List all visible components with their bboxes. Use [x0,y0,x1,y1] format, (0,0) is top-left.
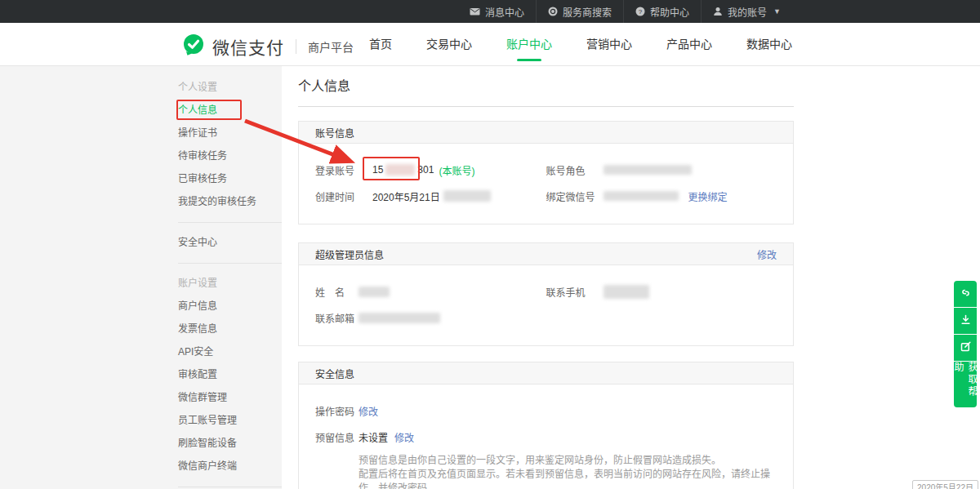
admin-phone-row: 联系手机 [546,278,777,305]
sidebar-item-review-config[interactable]: 审核配置 [178,363,282,386]
search-icon [548,7,558,16]
super-admin-card: 超级管理员信息 修改 姓 名 联系邮箱 联系手机 [298,242,794,346]
security-info-header: 安全信息 [299,362,793,385]
brand-name: 微信支付 [212,34,284,59]
created-time-redacted [443,190,491,202]
login-account-label: 登录账号 [315,163,372,177]
account-role-row: 账号角色 [546,157,777,183]
login-account-prefix: 15 [372,164,383,176]
edit-icon [960,340,972,356]
login-account-suffix: 301 [417,164,434,176]
current-account-tag: (本账号) [439,163,474,177]
brand: 微信支付 商户平台 [181,33,354,60]
admin-phone-redacted [604,285,649,299]
nav-data-center[interactable]: 数据中心 [746,23,792,66]
topbar: 消息中心 服务商搜索 ? 帮助中心 我的账号 ▼ [0,0,980,23]
download-button[interactable] [954,308,977,334]
sidebar-item-security-center[interactable]: 安全中心 [178,231,282,254]
sidebar-item-wechat-merchant-terminal[interactable]: 微信商户终端 [178,455,282,478]
sidebar-item-reviewed-tasks[interactable]: 已审核任务 [178,167,282,190]
login-account-redacted [385,164,415,176]
sidebar-group-account-settings: 账户设置 [178,272,282,295]
floating-action-bar: 获取帮助 [954,281,977,408]
sidebar-item-pending-review-tasks[interactable]: 待审核任务 [178,144,282,167]
login-account-row: 登录账号 15 301 (本账号) [315,157,546,183]
sidebar-item-api-security[interactable]: API安全 [178,340,282,363]
created-time-row: 创建时间 2020年5月21日 [315,183,546,209]
reserved-info-label: 预留信息 [315,430,359,444]
sidebar-item-my-submitted-tasks[interactable]: 我提交的审核任务 [178,190,282,213]
sidebar-item-wechat-group-management[interactable]: 微信群管理 [178,386,282,409]
my-account-menu[interactable]: 我的账号 ▼ [701,0,792,23]
bound-wechat-redacted [604,191,679,201]
sidebar-item-face-smart-devices[interactable]: 刷脸智能设备 [178,432,282,455]
service-search-menu[interactable]: 服务商搜索 [536,0,623,23]
reserved-desc-line2: 配置后将在首页及充值页面显示。若未看到预留信息，表明当前访问的网站存在风险，请终… [359,468,777,489]
admin-email-row: 联系邮箱 [315,305,546,331]
account-info-header: 账号信息 [299,122,793,144]
sidebar-item-merchant-info[interactable]: 商户信息 [178,295,282,318]
page-title: 个人信息 [298,75,794,95]
security-info-card: 安全信息 操作密码 修改 预留信息 未设置 修改 预留信息是由你自己设置的一段文… [298,362,794,489]
super-admin-body: 姓 名 联系邮箱 联系手机 [299,265,793,345]
sidebar-item-personal-info[interactable]: 个人信息 [178,99,282,122]
bound-wechat-row: 绑定微信号 更换绑定 [546,183,777,209]
nav-account-center[interactable]: 账户中心 [506,23,552,66]
topbar-menu: 消息中心 服务商搜索 ? 帮助中心 我的账号 ▼ [458,0,792,23]
sidebar-divider [178,487,282,487]
sidebar: 个人设置 个人信息 操作证书 待审核任务 已审核任务 我提交的审核任务 安全中心… [178,76,282,489]
admin-name-redacted [359,287,390,297]
message-center-label: 消息中心 [485,5,524,19]
sidebar-item-operation-certificate[interactable]: 操作证书 [178,122,282,144]
admin-name-row: 姓 名 [315,278,546,305]
login-account-value: 15 301 (本账号) [372,163,474,177]
nav-home[interactable]: 首页 [369,23,392,66]
account-role-redacted [604,165,692,175]
reserved-desc-line1: 预留信息是由你自己设置的一段文字，用来鉴定网站身份，防止假冒网站造成损失。 [359,454,777,468]
help-icon: ? [635,7,645,16]
link-icon [960,287,972,302]
date-badge: 2020年5月22日 [912,480,978,489]
help-center-menu[interactable]: ? 帮助中心 [623,0,701,23]
super-admin-edit-link[interactable]: 修改 [757,247,777,261]
brand-divider [296,39,296,54]
sidebar-group-personal-settings: 个人设置 [178,76,282,99]
main-content: 个人信息 账号信息 登录账号 15 301 (本账号) [298,75,794,489]
rebind-link[interactable]: 更换绑定 [688,189,728,203]
message-icon [470,7,480,16]
admin-phone-label: 联系手机 [546,285,604,299]
svg-text:?: ? [639,8,643,16]
sidebar-divider [178,263,282,264]
reserved-info-status: 未设置 [359,430,388,444]
sidebar-item-staff-account-management[interactable]: 员工账号管理 [178,409,282,432]
created-date-text: 2020年5月21日 [372,189,440,203]
password-edit-link[interactable]: 修改 [359,404,378,418]
nav-transaction-center[interactable]: 交易中心 [426,23,472,66]
title-divider [298,106,794,107]
super-admin-header: 超级管理员信息 修改 [299,243,793,265]
sidebar-item-invoice-info[interactable]: 发票信息 [178,318,282,340]
reserved-info-edit-link[interactable]: 修改 [394,430,414,444]
account-role-label: 账号角色 [546,163,604,177]
nav-marketing-center[interactable]: 营销中心 [586,23,632,66]
get-help-button[interactable]: 获取帮助 [954,362,977,407]
link-button[interactable] [954,281,977,307]
feedback-button[interactable] [954,335,977,361]
help-center-label: 帮助中心 [650,5,689,19]
wechat-pay-logo-icon [181,33,206,60]
bound-wechat-label: 绑定微信号 [546,189,604,203]
super-admin-title: 超级管理员信息 [315,247,384,261]
portal-name: 商户平台 [308,38,354,55]
nav-product-center[interactable]: 产品中心 [666,23,712,66]
admin-name-label: 姓 名 [315,285,359,299]
account-info-card: 账号信息 登录账号 15 301 (本账号) 创建时间 [298,121,794,224]
account-info-title: 账号信息 [315,126,354,140]
created-time-value: 2020年5月21日 [372,189,491,203]
operation-password-label: 操作密码 [315,404,359,418]
security-info-title: 安全信息 [315,367,354,380]
reserved-info-description: 预留信息是由你自己设置的一段文字，用来鉴定网站身份，防止假冒网站造成损失。 配置… [359,454,777,489]
message-center-menu[interactable]: 消息中心 [458,0,536,23]
sidebar-divider [178,222,282,223]
service-search-label: 服务商搜索 [563,5,612,19]
reserved-info-row: 预留信息 未设置 修改 [315,424,777,450]
